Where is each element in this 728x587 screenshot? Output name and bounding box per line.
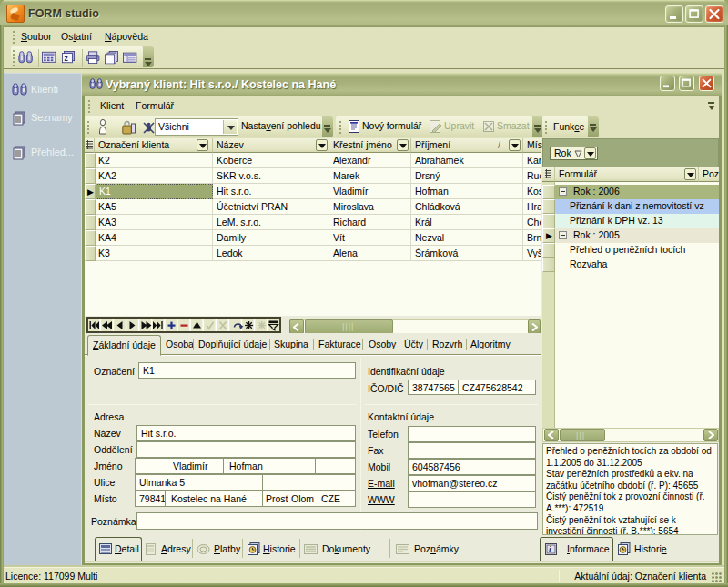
svg-text:z: z [65, 54, 68, 63]
